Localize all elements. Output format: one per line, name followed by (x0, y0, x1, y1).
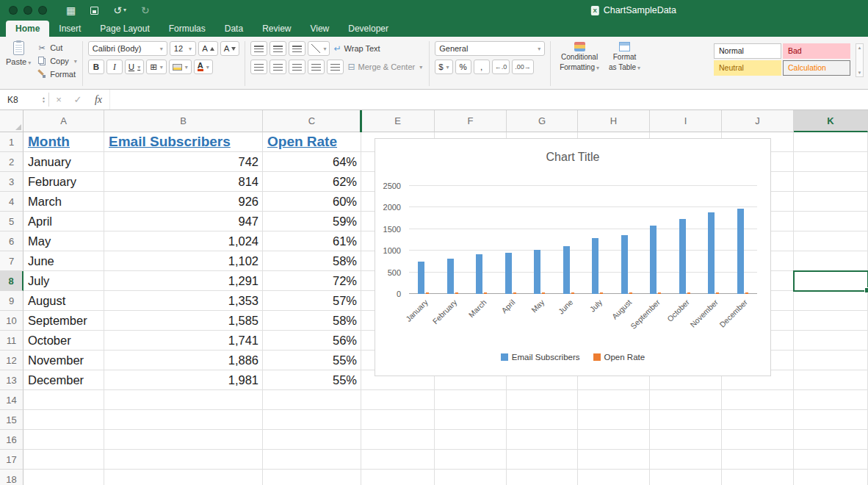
decrease-indent-button[interactable] (308, 60, 325, 74)
bar-email-subscribers-july[interactable] (592, 238, 598, 294)
format-as-table-button[interactable]: Format as Table▾ (605, 41, 644, 72)
select-all-corner[interactable] (0, 110, 23, 132)
cell-month-november[interactable]: November (23, 351, 104, 370)
row-header-18[interactable]: 18 (0, 470, 23, 485)
align-bottom-button[interactable] (289, 41, 305, 56)
underline-button[interactable]: U▾ (125, 60, 144, 74)
borders-button[interactable]: ⊞▾ (146, 60, 167, 74)
tab-formulas[interactable]: Formulas (159, 21, 215, 37)
row-header-9[interactable]: 9 (0, 291, 23, 311)
row-header-3[interactable]: 3 (0, 172, 23, 192)
increase-decimal-button[interactable]: ←.0 (492, 60, 510, 74)
row-header-2[interactable]: 2 (0, 152, 23, 172)
cell-style-calculation[interactable]: Calculation (783, 60, 850, 76)
gallery-scrollbar[interactable]: ▲ ▼ (856, 43, 864, 77)
row-header-7[interactable]: 7 (0, 251, 23, 271)
wrap-text-button[interactable]: ↵Wrap Text (332, 41, 381, 56)
font-size-select[interactable]: 12▾ (170, 41, 196, 56)
cell-month-september[interactable]: September (23, 311, 104, 331)
cell-openrate-july[interactable]: 72% (263, 271, 361, 291)
gallery-scroll-down-icon[interactable]: ▼ (858, 71, 862, 75)
legend-item-email-subscribers[interactable]: Email Subscribers (501, 353, 580, 362)
row-header-14[interactable]: 14 (0, 390, 23, 410)
legend-item-open-rate[interactable]: Open Rate (593, 353, 645, 362)
font-color-button[interactable]: A▾ (194, 60, 213, 74)
tab-insert[interactable]: Insert (49, 21, 90, 37)
bold-button[interactable]: B (88, 60, 104, 74)
copy-button[interactable]: Copy▾ (37, 56, 77, 66)
row-header-12[interactable]: 12 (0, 351, 23, 370)
cell-openrate-november[interactable]: 55% (263, 351, 361, 370)
cell-month-august[interactable]: August (23, 291, 104, 311)
cell-month-october[interactable]: October (23, 331, 104, 351)
cell-month-december[interactable]: December (23, 370, 104, 390)
cell-subscribers-november[interactable]: 1,886 (104, 351, 263, 370)
row-header-13[interactable]: 13 (0, 370, 23, 390)
cell-style-neutral[interactable]: Neutral (714, 60, 781, 76)
cell-openrate-june[interactable]: 58% (263, 251, 361, 271)
column-header-e[interactable]: E (361, 110, 435, 132)
cell-subscribers-january[interactable]: 742 (104, 152, 263, 172)
column-header-h[interactable]: H (578, 110, 650, 132)
cell-month-july[interactable]: July (23, 271, 104, 291)
cut-button[interactable]: ✂Cut (37, 43, 77, 53)
tab-home[interactable]: Home (6, 21, 49, 37)
bar-email-subscribers-august[interactable] (621, 235, 628, 294)
cell-openrate-august[interactable]: 57% (263, 291, 361, 311)
close-button[interactable] (9, 6, 18, 15)
bar-email-subscribers-january[interactable] (418, 262, 424, 294)
cell-openrate-april[interactable]: 59% (263, 212, 361, 231)
increase-indent-button[interactable] (327, 60, 344, 74)
bar-open-rate-june[interactable] (571, 292, 574, 294)
column-header-c[interactable]: C (263, 110, 361, 132)
bar-open-rate-april[interactable] (513, 292, 516, 294)
cell-openrate-september[interactable]: 58% (263, 311, 361, 331)
align-right-button[interactable] (289, 60, 305, 74)
column-header-j[interactable]: J (722, 110, 794, 132)
cell-subscribers-march[interactable]: 926 (104, 192, 263, 212)
number-format-select[interactable]: General▾ (435, 41, 545, 56)
bar-email-subscribers-october[interactable] (679, 219, 686, 294)
percent-button[interactable]: % (455, 60, 471, 74)
save-icon[interactable] (90, 7, 98, 15)
bar-email-subscribers-april[interactable] (505, 253, 512, 294)
cell-month-may[interactable]: May (23, 231, 104, 251)
cell-subscribers-february[interactable]: 814 (104, 172, 263, 192)
bar-open-rate-august[interactable] (629, 292, 632, 294)
zoom-button[interactable] (38, 6, 47, 15)
cell-openrate-may[interactable]: 61% (263, 231, 361, 251)
cancel-icon[interactable]: × (49, 90, 68, 109)
formula-input[interactable] (109, 90, 868, 109)
row-header-11[interactable]: 11 (0, 331, 23, 351)
cell-openrate-december[interactable]: 55% (263, 370, 361, 390)
row-header-15[interactable]: 15 (0, 410, 23, 430)
redo-icon[interactable]: ↻ (141, 5, 150, 15)
bar-open-rate-november[interactable] (716, 292, 719, 294)
tab-view[interactable]: View (300, 21, 339, 37)
cell-subscribers-december[interactable]: 1,981 (104, 370, 263, 390)
row-header-17[interactable]: 17 (0, 450, 23, 470)
header-cell-month[interactable]: Month (23, 132, 104, 152)
name-box[interactable]: K8 ▲▼ (0, 90, 48, 109)
merge-center-button[interactable]: ⊟Merge & Center▾ (346, 60, 424, 74)
bar-email-subscribers-march[interactable] (476, 254, 482, 294)
cell-openrate-march[interactable]: 60% (263, 192, 361, 212)
row-header-6[interactable]: 6 (0, 231, 23, 251)
text-orientation-button[interactable]: ▾ (308, 41, 330, 56)
tab-data[interactable]: Data (215, 21, 253, 37)
align-center-button[interactable] (270, 60, 286, 74)
cell-month-april[interactable]: April (23, 212, 104, 231)
cell-subscribers-july[interactable]: 1,291 (104, 271, 263, 291)
bar-email-subscribers-september[interactable] (650, 226, 657, 294)
cell-style-bad[interactable]: Bad (783, 43, 850, 59)
cell-month-february[interactable]: February (23, 172, 104, 192)
column-header-g[interactable]: G (507, 110, 578, 132)
cell-subscribers-may[interactable]: 1,024 (104, 231, 263, 251)
font-family-select[interactable]: Calibri (Body)▾ (88, 41, 167, 56)
format-painter-button[interactable]: Format (37, 69, 77, 79)
chart-title[interactable]: Chart Title (375, 151, 770, 164)
cell-month-january[interactable]: January (23, 152, 104, 172)
cell-subscribers-april[interactable]: 947 (104, 212, 263, 231)
gallery-scroll-up-icon[interactable]: ▲ (858, 46, 862, 50)
conditional-formatting-button[interactable]: Conditional Formatting▾ (556, 41, 603, 72)
